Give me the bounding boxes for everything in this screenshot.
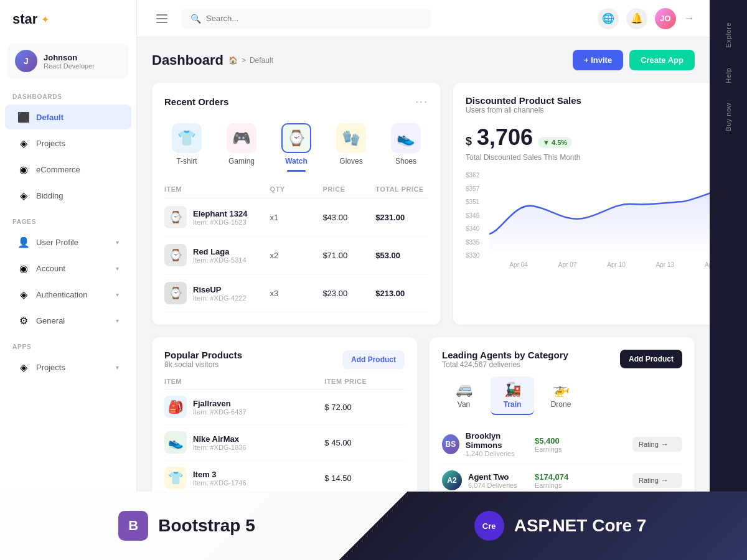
user-name: Johnson — [44, 53, 95, 62]
rating-button[interactable]: Rating → — [632, 473, 682, 488]
agent-tab-drone[interactable]: 🚁 Drone — [539, 376, 583, 415]
page-title-area: Dashboard 🏠 > Default — [152, 52, 273, 68]
bottom-overlay: B Bootstrap 5 Cre ASP.NET Core 7 — [0, 492, 747, 560]
svg-rect-0 — [156, 14, 167, 16]
product-id: Item: #XDG-6437 — [193, 408, 247, 416]
product-name: Item 3 — [193, 470, 247, 479]
product-info: 👟 Nike AirMax Item: #XDG-1836 — [164, 431, 324, 454]
recent-orders-title: Recent Orders — [164, 96, 228, 107]
search-input[interactable] — [206, 14, 422, 23]
add-product-button-2[interactable]: Add Product — [620, 350, 682, 368]
sales-badge: ▼ 4.5% — [538, 137, 572, 148]
sidebar-item-ecommerce[interactable]: ◉ eCommerce — [5, 157, 131, 182]
breadcrumb-current: Default — [250, 56, 273, 65]
sidebar-toggle-button[interactable] — [152, 9, 172, 29]
agent-earnings: $5,400 — [535, 436, 579, 446]
agent-tab-van[interactable]: 🚐 Van — [442, 376, 486, 415]
item-details: Elephant 1324 Item: #XDG-1523 — [193, 209, 247, 226]
apps-projects-icon: ◈ — [17, 361, 30, 373]
topbar-avatar[interactable]: JO — [655, 8, 676, 29]
order-price: $71.00 — [322, 251, 375, 260]
product-name: Nike AirMax — [193, 434, 247, 444]
topbar-arrow-icon[interactable]: → — [684, 12, 695, 25]
item-id: Item: #XDG-5314 — [193, 256, 247, 264]
sidebar-item-bidding[interactable]: ◈ Bidding — [5, 183, 131, 208]
sidebar-item-label: eCommerce — [36, 165, 119, 174]
globe-icon[interactable]: 🌐 — [598, 8, 619, 29]
header-actions: + Invite Create App — [573, 50, 695, 70]
recent-orders-card: Recent Orders ··· 👕 T-shirt 🎮 Gaming ⌚ — [152, 83, 441, 325]
invite-button[interactable]: + Invite — [573, 50, 623, 70]
orders-table-header: ITEM QTY PRICE TOTAL PRICE — [164, 180, 428, 198]
product-price: $ 45.00 — [324, 438, 405, 447]
tab-shoes[interactable]: 👟 Shoes — [383, 118, 428, 170]
item-image: ⌚ — [164, 282, 187, 304]
agent-earnings-area: $5,400 Earnings — [535, 436, 579, 453]
card-menu-icon[interactable]: ··· — [415, 95, 428, 108]
sidebar-item-account[interactable]: ◉ Account ▾ — [5, 256, 131, 281]
item-info: ⌚ Elephant 1324 Item: #XDG-1523 — [164, 206, 270, 228]
products-table-header: ITEM ITEM PRICE — [164, 371, 405, 390]
chevron-down-icon: ▾ — [116, 364, 119, 371]
sales-subtitle: Users from all channels — [466, 106, 581, 114]
product-details: Fjallraven Item: #XDG-6437 — [193, 399, 247, 416]
chart-y-label: $340 — [466, 225, 484, 232]
tab-watch[interactable]: ⌚ Watch — [274, 118, 319, 170]
product-info: 🎒 Fjallraven Item: #XDG-6437 — [164, 396, 324, 418]
products-title: Popular Products — [164, 350, 242, 360]
tab-gaming[interactable]: 🎮 Gaming — [219, 118, 264, 170]
auth-icon: ◈ — [17, 288, 30, 301]
chart-svg — [489, 172, 710, 253]
recent-orders-header: Recent Orders ··· — [164, 95, 428, 108]
list-item: BS Brooklyn Simmons 1,240 Deliveries $5,… — [442, 425, 682, 464]
agent-tabs: 🚐 Van 🚂 Train 🚁 Drone — [442, 376, 682, 415]
col-total: TOTAL PRICE — [375, 185, 428, 193]
logo-area: star ✦ — [0, 0, 136, 39]
notification-icon[interactable]: 🔔 — [626, 8, 647, 29]
sidebar-item-authentication[interactable]: ◈ Authentication ▾ — [5, 282, 131, 307]
rating-button[interactable]: Rating → — [632, 437, 682, 452]
chevron-down-icon: ▾ — [116, 265, 119, 272]
sidebar-item-user-profile[interactable]: 👤 User Profile ▾ — [5, 230, 131, 254]
sidebar-item-label: Account — [36, 264, 110, 273]
sales-title: Discounted Product Sales — [466, 95, 581, 106]
orders-table: ITEM QTY PRICE TOTAL PRICE ⌚ Elephant 13… — [164, 180, 428, 312]
sales-currency: $ — [466, 135, 472, 148]
sidebar-item-general[interactable]: ⚙ General ▾ — [5, 308, 131, 333]
logo-text: star — [12, 11, 37, 27]
gear-icon: ⚙ — [17, 314, 30, 327]
main-area: 🔍 🌐 🔔 JO → Dashboard 🏠 > Default + Invit… — [137, 0, 710, 560]
content-grid: Recent Orders ··· 👕 T-shirt 🎮 Gaming ⌚ — [152, 83, 695, 325]
search-bar: 🔍 — [182, 9, 431, 29]
add-product-button[interactable]: Add Product — [342, 350, 405, 369]
help-panel-item[interactable]: Help — [720, 58, 737, 93]
sidebar-item-default[interactable]: ⬛ Default — [5, 105, 131, 129]
order-total: $231.00 — [375, 213, 428, 222]
tab-tshirt[interactable]: 👕 T-shirt — [164, 118, 209, 170]
tab-gloves[interactable]: 🧤 Gloves — [329, 118, 374, 170]
chart-y-label: $346 — [466, 212, 484, 219]
agent-tab-train[interactable]: 🚂 Train — [491, 376, 534, 415]
table-row: ⌚ Red Laga Item: #XDG-5314 x2 $71.00 $53… — [164, 236, 428, 274]
chart-y-label: $362 — [466, 172, 484, 179]
list-item: 🎒 Fjallraven Item: #XDG-6437 $ 72.00 — [164, 390, 405, 425]
tab-gloves-label: Gloves — [339, 157, 362, 166]
breadcrumb: 🏠 > Default — [228, 56, 273, 65]
avatar: J — [15, 50, 37, 72]
agent-tab-label: Drone — [551, 400, 571, 409]
grid-icon: ⬛ — [17, 111, 30, 123]
tab-tshirt-label: T-shirt — [176, 157, 197, 166]
product-price: $ 14.50 — [324, 474, 405, 483]
buy-now-panel-item[interactable]: Buy now — [720, 93, 737, 141]
item-details: Red Laga Item: #XDG-5314 — [193, 247, 247, 264]
bidding-icon: ◈ — [17, 189, 30, 202]
item-image: ⌚ — [164, 206, 187, 228]
aspnet-promo: Cre ASP.NET Core 7 — [374, 511, 747, 541]
user-profile-widget[interactable]: J Johnson React Developer — [7, 44, 129, 78]
create-app-button[interactable]: Create App — [629, 50, 695, 70]
sidebar-item-projects[interactable]: ◈ Projects — [5, 131, 131, 156]
sidebar-item-label: Projects — [36, 363, 110, 372]
products-title-area: Popular Products 8k social visitors — [164, 350, 242, 369]
explore-panel-item[interactable]: Explore — [720, 12, 737, 58]
sidebar-item-apps-projects[interactable]: ◈ Projects ▾ — [5, 355, 131, 380]
